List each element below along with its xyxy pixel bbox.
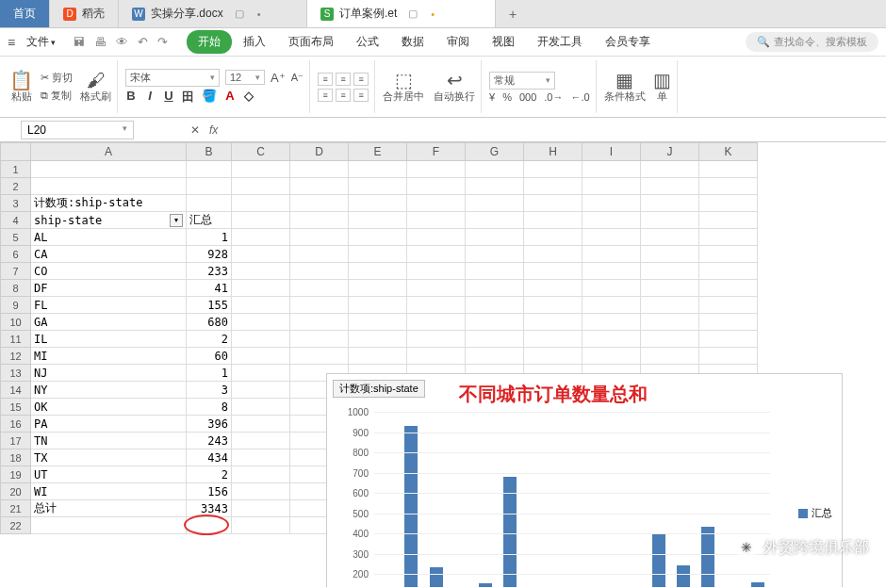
name-box[interactable]: L20▾ bbox=[21, 121, 134, 139]
row-header[interactable]: 8 bbox=[0, 280, 31, 297]
cell[interactable] bbox=[466, 229, 524, 246]
cell[interactable] bbox=[349, 314, 407, 331]
cell[interactable] bbox=[466, 331, 524, 348]
paste-button[interactable]: 📋 粘贴 bbox=[9, 71, 33, 104]
cell[interactable] bbox=[699, 178, 758, 195]
cell[interactable] bbox=[290, 263, 349, 280]
decrease-font-icon[interactable]: A⁻ bbox=[291, 72, 304, 84]
cell[interactable] bbox=[641, 212, 699, 229]
cell[interactable] bbox=[582, 229, 641, 246]
cell[interactable]: OK bbox=[31, 399, 187, 416]
ribbon-tab-data[interactable]: 数据 bbox=[390, 30, 435, 54]
row-header[interactable]: 18 bbox=[0, 449, 31, 466]
row-header[interactable]: 20 bbox=[0, 483, 31, 500]
hamburger-icon[interactable]: ≡ bbox=[8, 35, 15, 50]
column-header[interactable]: A bbox=[31, 142, 187, 161]
cell[interactable] bbox=[466, 314, 524, 331]
cell[interactable] bbox=[699, 314, 758, 331]
cell[interactable] bbox=[699, 280, 758, 297]
cell[interactable] bbox=[407, 195, 466, 212]
cell[interactable] bbox=[232, 229, 290, 246]
filter-icon[interactable]: ▾ bbox=[170, 214, 183, 227]
row-header[interactable]: 3 bbox=[0, 195, 31, 212]
cell[interactable] bbox=[290, 297, 349, 314]
cell[interactable] bbox=[524, 280, 582, 297]
cell[interactable] bbox=[641, 195, 699, 212]
cell[interactable]: NY bbox=[31, 382, 187, 399]
cell[interactable]: 3 bbox=[187, 382, 232, 399]
cell[interactable] bbox=[349, 331, 407, 348]
column-header[interactable]: H bbox=[524, 142, 582, 161]
new-tab-button[interactable]: + bbox=[496, 0, 530, 27]
row-header[interactable]: 1 bbox=[0, 161, 31, 178]
ribbon-tab-formula[interactable]: 公式 bbox=[345, 30, 390, 54]
column-header[interactable]: C bbox=[232, 142, 290, 161]
cell[interactable] bbox=[407, 314, 466, 331]
redo-icon[interactable]: ↷ bbox=[157, 35, 168, 49]
cell[interactable] bbox=[232, 399, 290, 416]
ribbon-tab-insert[interactable]: 插入 bbox=[232, 30, 277, 54]
comma-icon[interactable]: 000 bbox=[519, 91, 536, 103]
cell[interactable] bbox=[524, 229, 582, 246]
cell[interactable] bbox=[524, 195, 582, 212]
cell[interactable] bbox=[290, 178, 349, 195]
cell[interactable] bbox=[699, 229, 758, 246]
cell[interactable] bbox=[232, 212, 290, 229]
cell[interactable] bbox=[699, 348, 758, 365]
cell[interactable]: TN bbox=[31, 433, 187, 449]
cell[interactable] bbox=[699, 263, 758, 280]
cell[interactable] bbox=[466, 178, 524, 195]
cell[interactable]: IL bbox=[31, 331, 187, 348]
cell[interactable] bbox=[582, 178, 641, 195]
cell[interactable]: MI bbox=[31, 348, 187, 365]
cell[interactable] bbox=[407, 331, 466, 348]
underline-button[interactable]: U bbox=[163, 89, 174, 106]
cell[interactable] bbox=[349, 348, 407, 365]
cell[interactable] bbox=[232, 331, 290, 348]
cancel-formula-icon[interactable]: ✕ bbox=[190, 123, 200, 137]
cell[interactable] bbox=[349, 297, 407, 314]
format-painter-button[interactable]: 🖌 格式刷 bbox=[80, 71, 111, 104]
cell[interactable]: NJ bbox=[31, 365, 187, 382]
decimal-inc-icon[interactable]: .0→ bbox=[544, 91, 563, 103]
row-header[interactable]: 6 bbox=[0, 246, 31, 263]
copy-button[interactable]: ⧉复制 bbox=[41, 89, 73, 103]
cell[interactable] bbox=[232, 500, 290, 517]
cell[interactable] bbox=[466, 161, 524, 178]
column-header[interactable]: E bbox=[349, 142, 407, 161]
cell[interactable] bbox=[641, 178, 699, 195]
border-button[interactable]: 田 bbox=[182, 89, 194, 106]
cell[interactable] bbox=[582, 212, 641, 229]
row-header[interactable]: 21 bbox=[0, 500, 31, 517]
tab-et[interactable]: S 订单案例.et ▢ • bbox=[307, 0, 496, 27]
cell[interactable] bbox=[232, 433, 290, 449]
column-header[interactable]: J bbox=[641, 142, 699, 161]
cell-style-button[interactable]: ▥ 单 bbox=[653, 71, 671, 104]
cell[interactable]: WI bbox=[31, 483, 187, 500]
cell[interactable]: 60 bbox=[187, 348, 232, 365]
row-header[interactable]: 9 bbox=[0, 297, 31, 314]
merge-center-button[interactable]: ⬚ 合并居中 bbox=[383, 71, 424, 104]
cell[interactable] bbox=[524, 161, 582, 178]
row-header[interactable]: 11 bbox=[0, 331, 31, 348]
align-bottom-center[interactable]: ≡ bbox=[336, 89, 351, 102]
percent-icon[interactable]: % bbox=[502, 91, 512, 103]
cell[interactable] bbox=[349, 280, 407, 297]
italic-button[interactable]: I bbox=[144, 89, 156, 106]
cell[interactable] bbox=[290, 331, 349, 348]
cell[interactable]: 汇总 bbox=[187, 212, 232, 229]
row-header[interactable]: 14 bbox=[0, 382, 31, 399]
cell[interactable]: 3343 bbox=[187, 500, 232, 517]
cell[interactable] bbox=[407, 263, 466, 280]
cell[interactable]: 233 bbox=[187, 263, 232, 280]
cell[interactable] bbox=[232, 348, 290, 365]
cell[interactable] bbox=[290, 246, 349, 263]
cell[interactable] bbox=[349, 246, 407, 263]
ribbon-tab-start[interactable]: 开始 bbox=[187, 30, 232, 54]
cell[interactable] bbox=[582, 297, 641, 314]
cell[interactable] bbox=[290, 195, 349, 212]
row-header[interactable]: 4 bbox=[0, 212, 31, 229]
cell[interactable]: 928 bbox=[187, 246, 232, 263]
cell[interactable] bbox=[582, 263, 641, 280]
cell[interactable] bbox=[466, 263, 524, 280]
